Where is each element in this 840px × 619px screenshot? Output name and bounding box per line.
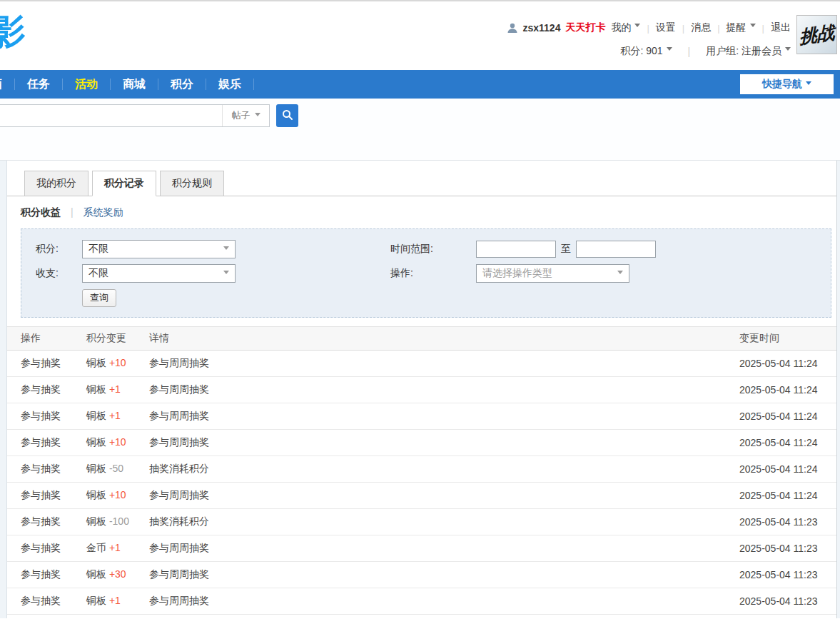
subnav-separator: | [71, 206, 74, 218]
nav-item-mall[interactable]: 商城 [111, 70, 158, 99]
credit-log-table: 操作 积分变更 详情 变更时间 参与抽奖 铜板 +10 参与周周抽奖 2025-… [7, 326, 836, 615]
table-row: 参与抽奖 铜板 +10 参与周周抽奖 2025-05-04 11:24 [7, 351, 836, 377]
subnav-system-rewards[interactable]: 系统奖励 [83, 206, 123, 218]
cell-operation: 参与抽奖 [21, 595, 86, 608]
cell-operation: 参与抽奖 [21, 515, 86, 528]
site-logo[interactable]: 影 [0, 9, 24, 56]
credits-dropdown[interactable]: 积分: 901 [620, 45, 672, 58]
cell-change-time: 2025-05-04 11:23 [739, 516, 836, 528]
username[interactable]: zsx1124 [522, 22, 560, 34]
column-header-change-time: 变更时间 [739, 332, 836, 345]
cell-operation: 参与抽奖 [21, 436, 86, 449]
caret-down-icon [223, 271, 229, 277]
table-row: 参与抽奖 铜板 +10 参与周周抽奖 2025-05-04 11:24 [7, 430, 836, 456]
tab-my-credits[interactable]: 我的积分 [24, 171, 88, 196]
cell-credit-change: 铜板 -50 [86, 463, 149, 475]
cell-operation: 参与抽奖 [21, 463, 86, 475]
menu-separator: | [688, 46, 691, 57]
tab-credit-log[interactable]: 积分记录 [92, 171, 156, 196]
table-body: 参与抽奖 铜板 +10 参与周周抽奖 2025-05-04 11:24 参与抽奖… [7, 351, 836, 615]
cell-detail: 参与周周抽奖 [149, 383, 739, 396]
table-header-row: 操作 积分变更 详情 变更时间 [7, 326, 836, 351]
cell-credit-change: 金币 +1 [86, 542, 149, 555]
menu-logout[interactable]: 退出 [771, 21, 791, 34]
credit-delta: +1 [109, 410, 121, 421]
caret-down-icon [806, 81, 811, 88]
person-icon [507, 22, 518, 34]
caret-down-icon [750, 24, 756, 30]
table-row: 参与抽奖 铜板 -100 抽奖消耗积分 2025-05-04 11:23 [7, 509, 836, 535]
caret-down-icon [785, 47, 791, 54]
cell-detail: 参与周周抽奖 [149, 489, 739, 502]
cell-credit-change: 铜板 -100 [86, 515, 149, 528]
cell-detail: 抽奖消耗积分 [149, 515, 739, 528]
cell-credit-change: 铜板 +10 [86, 357, 149, 370]
cell-change-time: 2025-05-04 11:23 [739, 569, 836, 580]
search-button[interactable] [276, 104, 298, 127]
checkin-badge[interactable]: 天天打卡 [565, 21, 605, 34]
credit-filter-label: 积分: [36, 243, 82, 256]
credit-filter-select[interactable]: 不限 [82, 240, 236, 258]
nav-item-entertainment[interactable]: 娱乐 [206, 70, 253, 99]
operation-filter-label: 操作: [390, 267, 476, 280]
tab-credit-rules[interactable]: 积分规则 [160, 171, 224, 196]
menu-settings[interactable]: 设置 [656, 21, 676, 34]
nav-item-tasks[interactable]: 任务 [15, 70, 62, 99]
search-type-dropdown[interactable]: 帖子 [222, 105, 269, 126]
cell-operation: 参与抽奖 [21, 568, 86, 581]
cell-credit-change: 铜板 +10 [86, 436, 149, 449]
cell-change-time: 2025-05-04 11:24 [739, 463, 836, 475]
menu-separator: | [647, 23, 649, 34]
avatar[interactable]: 挑战 [796, 15, 837, 54]
cell-operation: 参与抽奖 [21, 357, 86, 370]
credits-tabbar: 我的积分 积分记录 积分规则 [7, 161, 836, 196]
caret-down-icon [223, 246, 229, 253]
cell-operation: 参与抽奖 [21, 489, 86, 502]
page-background: 我的积分 积分记录 积分规则 积分收益 | 系统奖励 积分: 不限 时间范围: … [0, 161, 840, 618]
table-row: 参与抽奖 铜板 +1 参与周周抽奖 2025-05-04 11:23 [7, 588, 836, 615]
cell-credit-change: 铜板 +30 [86, 568, 149, 581]
credit-delta: -100 [109, 515, 129, 527]
column-header-credit-change: 积分变更 [86, 332, 149, 345]
search-input[interactable] [0, 105, 222, 126]
quick-nav-button[interactable]: 快捷导航 [740, 74, 834, 94]
menu-my[interactable]: 我的 [611, 21, 640, 34]
cell-detail: 参与周周抽奖 [149, 357, 739, 370]
cell-operation: 参与抽奖 [21, 383, 86, 396]
table-row: 参与抽奖 金币 +1 参与周周抽奖 2025-05-04 11:23 [7, 535, 836, 562]
credit-log-subnav: 积分收益 | 系统奖励 [7, 196, 836, 228]
cell-change-time: 2025-05-04 11:24 [739, 490, 836, 501]
cell-detail: 参与周周抽奖 [149, 595, 739, 608]
credit-delta: +10 [109, 489, 126, 500]
nav-item-jiu[interactable]: 酒 [0, 70, 14, 99]
table-row: 参与抽奖 铜板 -50 抽奖消耗积分 2025-05-04 11:24 [7, 456, 836, 483]
search-box: 帖子 [0, 104, 270, 127]
cell-operation: 参与抽奖 [21, 542, 86, 555]
cell-change-time: 2025-05-04 11:23 [739, 595, 836, 607]
usergroup-dropdown[interactable]: 用户组: 注册会员 [706, 45, 791, 58]
query-button[interactable]: 查询 [82, 289, 116, 307]
menu-notifications[interactable]: 提醒 [727, 21, 756, 34]
subnav-credit-income[interactable]: 积分收益 [21, 206, 61, 218]
cell-change-time: 2025-05-04 11:24 [739, 411, 836, 422]
cell-detail: 参与周周抽奖 [149, 436, 739, 449]
cell-change-time: 2025-05-04 11:24 [739, 437, 836, 448]
nav-item-activities[interactable]: 活动 [63, 70, 110, 99]
io-filter-select[interactable]: 不限 [82, 264, 236, 283]
nav-item-credits[interactable]: 积分 [158, 70, 206, 99]
operation-filter-select[interactable]: 请选择操作类型 [476, 264, 629, 283]
table-row: 参与抽奖 铜板 +10 参与周周抽奖 2025-05-04 11:24 [7, 483, 836, 509]
magnifier-icon [282, 109, 293, 123]
time-from-input[interactable] [476, 241, 556, 258]
caret-down-icon [255, 113, 260, 119]
cell-credit-change: 铜板 +1 [86, 410, 149, 423]
search-section: 帖子 [0, 99, 840, 161]
content-panel: 我的积分 积分记录 积分规则 积分收益 | 系统奖励 积分: 不限 时间范围: … [6, 161, 837, 618]
time-to-separator: 至 [561, 243, 571, 256]
time-to-input[interactable] [576, 241, 656, 258]
credit-delta: +10 [109, 357, 126, 368]
menu-messages[interactable]: 消息 [691, 21, 711, 34]
cell-credit-change: 铜板 +1 [86, 595, 149, 608]
cell-change-time: 2025-05-04 11:23 [739, 543, 836, 554]
credit-delta: +10 [109, 436, 126, 448]
